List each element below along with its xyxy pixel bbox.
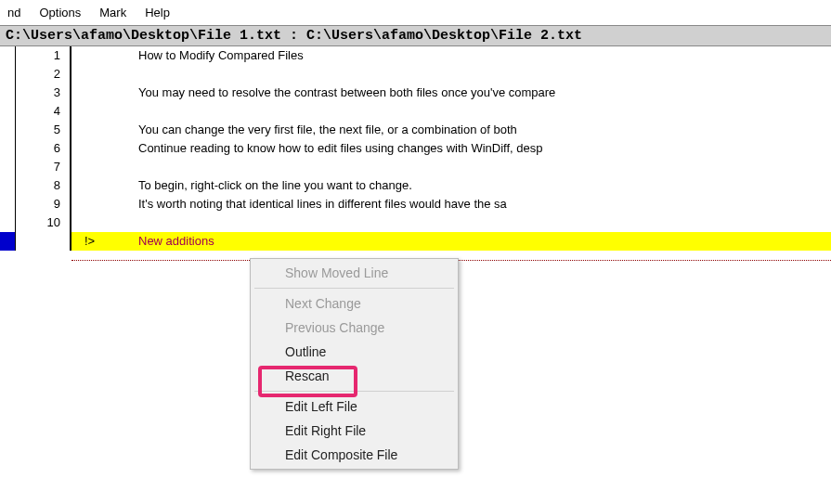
diff-marker [71,176,138,195]
gutter-cell [0,176,16,195]
line-number: 6 [16,139,71,158]
gutter-cell [0,232,16,251]
diff-marker [71,102,138,121]
code-line[interactable] [138,213,831,232]
line-number: 7 [16,158,71,176]
diff-marker [71,139,138,158]
menu-options[interactable]: Options [32,4,88,21]
line-number: 3 [16,84,71,102]
menu-mark[interactable]: Mark [92,4,134,21]
diff-marker [71,46,138,65]
ctx-previous-change: Previous Change [253,316,456,340]
ctx-edit-left[interactable]: Edit Left File [253,394,456,419]
code-line[interactable]: New additions [138,232,831,251]
gutter-cell [0,46,16,65]
diff-marker [71,84,138,102]
gutter-cell [0,65,16,84]
code-line[interactable]: You can change the very first file, the … [138,121,831,139]
context-separator [254,288,454,289]
gutter-cell [0,213,16,232]
menu-help[interactable]: Help [137,4,177,21]
code-line[interactable] [138,102,831,121]
ctx-show-moved-line: Show Moved Line [253,261,456,285]
menu-expand[interactable]: nd [0,4,28,21]
gutter-cell [0,84,16,102]
diff-marker [71,158,138,176]
diff-marker [71,195,138,213]
line-number: 9 [16,195,71,213]
code-line[interactable] [138,65,831,84]
comparison-title: C:\Users\afamo\Desktop\File 1.txt : C:\U… [0,25,831,46]
diff-grid: 1How to Modify Compared Files23You may n… [0,46,831,251]
line-number [16,232,71,251]
ctx-edit-right[interactable]: Edit Right File [253,419,456,443]
ctx-rescan[interactable]: Rescan [253,364,456,388]
code-line[interactable] [138,158,831,176]
line-number: 2 [16,65,71,84]
code-line[interactable]: You may need to resolve the contrast bet… [138,84,831,102]
line-number: 10 [16,213,71,232]
context-separator [254,391,454,392]
code-line[interactable]: Continue reading to know how to edit fil… [138,139,831,158]
ctx-outline[interactable]: Outline [253,340,456,364]
code-line[interactable]: To begin, right-click on the line you wa… [138,176,831,195]
gutter-cell [0,195,16,213]
diff-marker [71,65,138,84]
diff-marker [71,121,138,139]
code-line[interactable]: It's worth noting that identical lines i… [138,195,831,213]
menu-bar: nd Options Mark Help [0,0,831,25]
diff-marker: !> [71,232,138,251]
line-number: 5 [16,121,71,139]
code-line[interactable]: How to Modify Compared Files [138,46,831,65]
ctx-edit-composite[interactable]: Edit Composite File [253,443,456,467]
diff-marker [71,213,138,232]
gutter-cell [0,102,16,121]
line-number: 1 [16,46,71,65]
gutter-cell [0,158,16,176]
gutter-cell [0,139,16,158]
line-number: 8 [16,176,71,195]
context-menu: Show Moved LineNext ChangePrevious Chang… [250,258,459,470]
gutter-cell [0,121,16,139]
ctx-next-change: Next Change [253,291,456,316]
line-number: 4 [16,102,71,121]
